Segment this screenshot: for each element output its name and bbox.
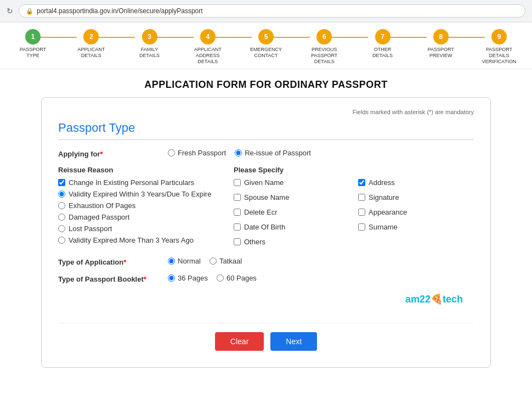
section-divider — [58, 139, 474, 140]
specify-option-address[interactable]: Address — [358, 178, 474, 187]
reissue-option-exhaustion_pages[interactable]: Exhaustion Of Pages — [58, 201, 223, 210]
step-circle-2[interactable]: 2 — [83, 29, 99, 44]
step-item-3: 3FAMILY DETAILS — [128, 29, 172, 59]
step-circle-3[interactable]: 3 — [142, 29, 157, 44]
progress-bar: 1PASSPORT TYPE2APPLICANT DETAILS3FAMILY … — [0, 23, 532, 69]
specify-option-delete_ecr[interactable]: Delete Ecr — [234, 208, 349, 216]
next-button[interactable]: Next — [270, 332, 317, 351]
step-label-1: PASSPORT TYPE — [14, 47, 52, 59]
step-circle-9[interactable]: 9 — [491, 29, 507, 44]
applying-for-fresh[interactable]: Fresh Passport — [168, 149, 226, 157]
app-type-normal[interactable]: Normal — [168, 257, 201, 265]
application-type-options: NormalTatkaal — [168, 257, 242, 265]
section-title: Passport Type — [58, 121, 474, 135]
booklet-type-label: Type of Passport Booklet* — [58, 274, 168, 283]
booklet-60pages[interactable]: 60 Pages — [217, 274, 257, 282]
booklet-type-row: Type of Passport Booklet* 36 Pages60 Pag… — [58, 274, 474, 283]
applying-for-options: Fresh PassportRe-issue of Passport — [168, 149, 311, 157]
step-label-7: OTHER DETAILS — [364, 47, 402, 59]
booklet-36pages[interactable]: 36 Pages — [168, 274, 208, 282]
step-item-7: 7OTHER DETAILS — [361, 29, 405, 59]
form-wrapper: Fields marked with asterisk (*) are mand… — [0, 97, 532, 379]
branding: am22🍕tech — [58, 291, 474, 310]
applying-for-row: Applying for* Fresh PassportRe-issue of … — [58, 149, 474, 158]
asterisk: * — [100, 150, 103, 158]
step-item-2: 2APPLICANT DETAILS — [69, 29, 113, 59]
reissue-left: Reissue Reason Change In Existing Person… — [58, 166, 223, 249]
type-of-application-label: Type of Application* — [58, 257, 168, 266]
reissue-option-validity_expired_3[interactable]: Validity Expired Within 3 Years/Due To E… — [58, 190, 223, 198]
step-item-6: 6PREVIOUS PASSPORT DETAILS — [302, 29, 346, 64]
refresh-icon[interactable]: ↻ — [7, 7, 13, 15]
step-item-4: 4APPLICANT ADDRESS DETAILS — [186, 29, 230, 64]
booklet-options: 36 Pages60 Pages — [168, 274, 257, 282]
form-container: Fields marked with asterisk (*) are mand… — [41, 97, 491, 368]
step-label-3: FAMILY DETAILS — [131, 47, 169, 59]
step-circle-7[interactable]: 7 — [375, 29, 390, 44]
step-circle-1[interactable]: 1 — [25, 29, 41, 44]
lock-icon: 🔒 — [26, 8, 33, 15]
browser-bar: ↻ 🔒 portal4.passportindia.gov.in/Online/… — [0, 0, 532, 23]
brand-left: am22 — [405, 294, 431, 305]
button-row: Clear Next — [58, 323, 474, 351]
reissue-option-validity_expired_more[interactable]: Validity Expired More Than 3 Years Ago — [58, 236, 223, 244]
reissue-option-change_personal[interactable]: Change In Existing Personal Particulars — [58, 178, 223, 187]
step-label-8: PASSPORT PREVIEW — [422, 47, 460, 59]
reissue-option-damaged[interactable]: Damaged Passport — [58, 213, 223, 221]
step-circle-6[interactable]: 6 — [316, 29, 332, 44]
applying-for-reissue[interactable]: Re-issue of Passport — [235, 149, 311, 157]
specify-option-spouse_name[interactable]: Spouse Name — [234, 193, 349, 201]
brand-right: tech — [443, 294, 463, 305]
step-circle-5[interactable]: 5 — [258, 29, 274, 44]
step-circle-8[interactable]: 8 — [433, 29, 449, 44]
applying-for-label: Applying for* — [58, 149, 168, 158]
form-title: APPLICATION FORM FOR ORDINARY PASSPORT — [0, 69, 532, 97]
specify-option-appearance[interactable]: Appearance — [358, 208, 474, 216]
specify-option-signature[interactable]: Signature — [358, 193, 474, 201]
reissue-right: Please Specify Given NameAddressSpouse N… — [234, 166, 474, 249]
step-label-4: APPLICANT ADDRESS DETAILS — [189, 47, 227, 64]
step-circle-4[interactable]: 4 — [200, 29, 216, 44]
please-specify-label: Please Specify — [234, 166, 474, 174]
app-type-tatkaal[interactable]: Tatkaal — [210, 257, 242, 265]
reissue-section: Reissue Reason Change In Existing Person… — [58, 166, 474, 249]
specify-option-surname[interactable]: Surname — [358, 223, 474, 231]
reissue-reason-label: Reissue Reason — [58, 166, 223, 174]
reissue-options: Change In Existing Personal ParticularsV… — [58, 178, 223, 244]
step-item-1: 1PASSPORT TYPE — [11, 29, 55, 59]
step-item-5: 5EMERGENCY CONTACT — [244, 29, 288, 59]
specify-option-others[interactable]: Others — [234, 238, 349, 246]
brand-icon: 🍕 — [431, 294, 443, 305]
address-bar[interactable]: 🔒 portal4.passportindia.gov.in/Online/se… — [19, 4, 525, 18]
step-item-8: 8PASSPORT PREVIEW — [419, 29, 463, 59]
step-label-2: APPLICANT DETAILS — [72, 47, 110, 59]
reissue-option-lost[interactable]: Lost Passport — [58, 225, 223, 233]
step-item-9: 9PASSPORT DETAILS VERIFICATION — [477, 29, 521, 64]
specify-option-date_of_birth[interactable]: Date Of Birth — [234, 223, 349, 231]
step-label-9: PASSPORT DETAILS VERIFICATION — [480, 47, 518, 64]
specify-options: Given NameAddressSpouse NameSignatureDel… — [234, 178, 474, 249]
step-label-5: EMERGENCY CONTACT — [247, 47, 285, 59]
page: 1PASSPORT TYPE2APPLICANT DETAILS3FAMILY … — [0, 23, 532, 398]
clear-button[interactable]: Clear — [215, 332, 264, 351]
mandatory-note: Fields marked with asterisk (*) are mand… — [58, 109, 474, 115]
url-text: portal4.passportindia.gov.in/Online/secu… — [37, 7, 203, 15]
specify-option-given_name[interactable]: Given Name — [234, 178, 349, 187]
type-of-application-row: Type of Application* NormalTatkaal — [58, 257, 474, 266]
step-label-6: PREVIOUS PASSPORT DETAILS — [305, 47, 343, 64]
